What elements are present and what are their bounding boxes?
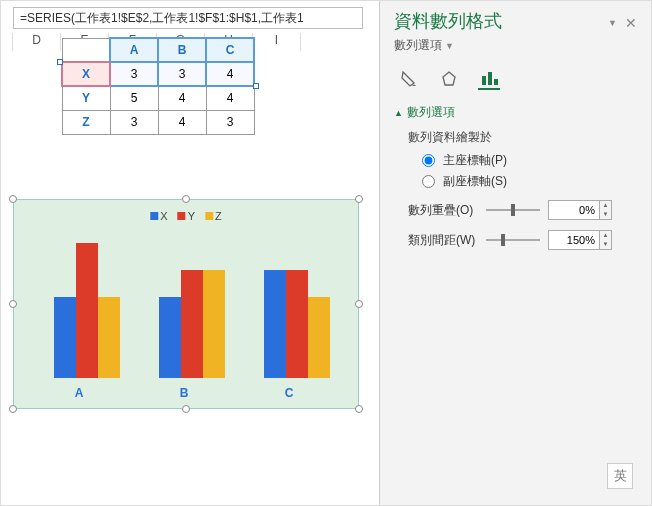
table-col-label[interactable]: B (158, 38, 206, 62)
resize-handle[interactable] (9, 405, 17, 413)
series-overlap-slider[interactable] (486, 209, 540, 211)
legend-swatch-y (178, 212, 186, 220)
gap-width-label: 類別間距(W) (408, 232, 478, 249)
bar-y[interactable] (181, 270, 203, 378)
table-row-label[interactable]: X (62, 62, 110, 86)
resize-handle[interactable] (182, 195, 190, 203)
bar-x[interactable] (54, 297, 76, 378)
bar-z[interactable] (308, 297, 330, 378)
table-cell[interactable]: 3 (110, 62, 158, 86)
svg-marker-0 (443, 72, 455, 85)
effects-icon[interactable] (438, 68, 460, 90)
series-overlap-input[interactable]: ▲▼ (548, 200, 612, 220)
selection-handle[interactable] (57, 59, 63, 65)
collapse-triangle-icon: ▲ (394, 108, 403, 118)
chart-plot-area[interactable] (44, 230, 338, 378)
col-header[interactable]: D (13, 33, 61, 51)
table-cell[interactable]: 3 (158, 62, 206, 86)
bar-x[interactable] (264, 270, 286, 378)
svg-rect-1 (482, 76, 486, 85)
spinner-up-icon[interactable]: ▲ (600, 201, 611, 210)
table-row-label[interactable]: Y (62, 86, 110, 110)
chart-object[interactable]: X Y Z A B C (13, 199, 359, 409)
fill-line-icon[interactable] (398, 68, 420, 90)
table-col-label[interactable]: C (206, 38, 254, 62)
table-cell[interactable]: 5 (110, 86, 158, 110)
close-icon[interactable]: ✕ (625, 15, 637, 31)
panel-title: 資料數列格式 (394, 9, 502, 33)
resize-handle[interactable] (355, 195, 363, 203)
section-series-options[interactable]: ▲ 數列選項 (394, 104, 637, 121)
table-cell[interactable]: 4 (158, 86, 206, 110)
resize-handle[interactable] (9, 195, 17, 203)
plotted-on-label: 數列資料繪製於 (408, 129, 637, 146)
chart-legend[interactable]: X Y Z (150, 210, 221, 222)
resize-handle[interactable] (355, 405, 363, 413)
bar-y[interactable] (286, 270, 308, 378)
spinner-down-icon[interactable]: ▼ (600, 210, 611, 219)
formula-bar[interactable]: =SERIES(工作表1!$E$2,工作表1!$F$1:$H$1,工作表1 (13, 7, 363, 29)
series-overlap-label: 數列重疊(O) (408, 202, 478, 219)
svg-rect-2 (488, 72, 492, 85)
table-cell[interactable]: 4 (158, 110, 206, 134)
bar-y[interactable] (76, 243, 98, 378)
format-series-panel: 資料數列格式 ▼ ✕ 數列選項▼ ▲ 數列選項 數列資料繪製於 主座標軸(P) … (379, 1, 651, 506)
legend-swatch-z (205, 212, 213, 220)
table-col-label[interactable]: A (110, 38, 158, 62)
bar-z[interactable] (98, 297, 120, 378)
ime-button[interactable]: 英 (607, 463, 633, 489)
panel-task-dropdown-icon[interactable]: ▼ (608, 18, 617, 28)
axis-label: C (254, 386, 324, 400)
resize-handle[interactable] (182, 405, 190, 413)
table-cell[interactable]: 3 (206, 110, 254, 134)
table-cell[interactable]: 4 (206, 86, 254, 110)
legend-label: Y (188, 210, 195, 222)
legend-label: X (160, 210, 167, 222)
spinner-down-icon[interactable]: ▼ (600, 240, 611, 249)
table-cell[interactable]: 4 (206, 62, 254, 86)
panel-subtitle-dropdown[interactable]: 數列選項▼ (394, 37, 637, 54)
resize-handle[interactable] (355, 300, 363, 308)
spinner-up-icon[interactable]: ▲ (600, 231, 611, 240)
axis-label: A (44, 386, 114, 400)
table-corner (62, 38, 110, 62)
data-table[interactable]: A B C X 3 3 4 Y 5 4 4 Z 3 4 3 (61, 37, 255, 135)
bar-z[interactable] (203, 270, 225, 378)
col-header[interactable]: I (253, 33, 301, 51)
selection-handle[interactable] (253, 83, 259, 89)
svg-rect-3 (494, 79, 498, 85)
chevron-down-icon: ▼ (445, 41, 454, 51)
bar-x[interactable] (159, 297, 181, 378)
legend-label: Z (215, 210, 222, 222)
secondary-axis-radio[interactable]: 副座標軸(S) (422, 173, 637, 190)
legend-swatch-x (150, 212, 158, 220)
table-row-label[interactable]: Z (62, 110, 110, 134)
gap-width-input[interactable]: ▲▼ (548, 230, 612, 250)
series-options-icon[interactable] (478, 68, 500, 90)
primary-axis-radio[interactable]: 主座標軸(P) (422, 152, 637, 169)
gap-width-slider[interactable] (486, 239, 540, 241)
axis-label: B (149, 386, 219, 400)
table-cell[interactable]: 3 (110, 110, 158, 134)
resize-handle[interactable] (9, 300, 17, 308)
